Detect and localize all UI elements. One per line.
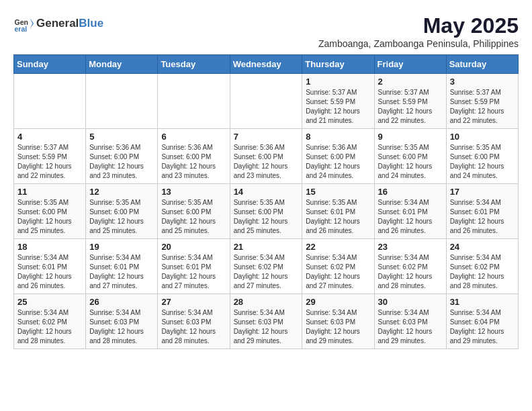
day-number: 10 — [450, 132, 515, 142]
day-info: Sunrise: 5:35 AM Sunset: 6:00 PM Dayligh… — [161, 198, 226, 236]
calendar-cell: 10Sunrise: 5:35 AM Sunset: 6:00 PM Dayli… — [446, 129, 518, 184]
day-info: Sunrise: 5:34 AM Sunset: 6:03 PM Dayligh… — [89, 308, 154, 346]
day-info: Sunrise: 5:34 AM Sunset: 6:03 PM Dayligh… — [161, 308, 226, 346]
calendar-cell: 28Sunrise: 5:34 AM Sunset: 6:03 PM Dayli… — [230, 294, 302, 349]
calendar-cell: 31Sunrise: 5:34 AM Sunset: 6:04 PM Dayli… — [446, 294, 518, 349]
calendar-table: SundayMondayTuesdayWednesdayThursdayFrid… — [13, 54, 519, 349]
week-row-2: 4Sunrise: 5:37 AM Sunset: 5:59 PM Daylig… — [14, 129, 519, 184]
day-info: Sunrise: 5:35 AM Sunset: 6:00 PM Dayligh… — [17, 198, 82, 236]
svg-text:eral: eral — [15, 25, 28, 33]
day-number: 3 — [450, 77, 515, 87]
weekday-header-friday: Friday — [374, 55, 446, 74]
calendar-cell: 3Sunrise: 5:37 AM Sunset: 5:59 PM Daylig… — [446, 74, 518, 129]
day-number: 18 — [17, 242, 82, 252]
day-number: 19 — [89, 242, 154, 252]
day-number: 1 — [306, 77, 370, 87]
calendar-cell: 11Sunrise: 5:35 AM Sunset: 6:00 PM Dayli… — [14, 184, 86, 239]
day-info: Sunrise: 5:35 AM Sunset: 6:01 PM Dayligh… — [306, 198, 370, 236]
calendar-cell: 22Sunrise: 5:34 AM Sunset: 6:02 PM Dayli… — [302, 239, 374, 294]
day-number: 9 — [378, 132, 443, 142]
day-info: Sunrise: 5:34 AM Sunset: 6:03 PM Dayligh… — [306, 308, 370, 346]
weekday-header-wednesday: Wednesday — [230, 55, 302, 74]
day-info: Sunrise: 5:37 AM Sunset: 5:59 PM Dayligh… — [378, 88, 443, 126]
day-number: 23 — [378, 242, 443, 252]
calendar-cell — [14, 74, 86, 129]
calendar-cell: 18Sunrise: 5:34 AM Sunset: 6:01 PM Dayli… — [14, 239, 86, 294]
day-number: 4 — [17, 132, 82, 142]
calendar-cell: 15Sunrise: 5:35 AM Sunset: 6:01 PM Dayli… — [302, 184, 374, 239]
day-number: 26 — [89, 297, 154, 307]
day-info: Sunrise: 5:36 AM Sunset: 6:00 PM Dayligh… — [89, 143, 154, 181]
calendar-cell: 4Sunrise: 5:37 AM Sunset: 5:59 PM Daylig… — [14, 129, 86, 184]
day-info: Sunrise: 5:34 AM Sunset: 6:03 PM Dayligh… — [234, 308, 299, 346]
logo-icon: Gen eral — [13, 13, 34, 34]
day-info: Sunrise: 5:34 AM Sunset: 6:01 PM Dayligh… — [17, 253, 82, 291]
calendar-cell: 24Sunrise: 5:34 AM Sunset: 6:02 PM Dayli… — [446, 239, 518, 294]
calendar-cell — [86, 74, 158, 129]
calendar-cell: 9Sunrise: 5:35 AM Sunset: 6:00 PM Daylig… — [374, 129, 446, 184]
svg-marker-2 — [30, 17, 34, 30]
day-number: 27 — [161, 297, 226, 307]
calendar-cell: 27Sunrise: 5:34 AM Sunset: 6:03 PM Dayli… — [158, 294, 230, 349]
day-number: 25 — [17, 297, 82, 307]
day-number: 11 — [17, 187, 82, 197]
calendar-cell: 29Sunrise: 5:34 AM Sunset: 6:03 PM Dayli… — [302, 294, 374, 349]
day-info: Sunrise: 5:35 AM Sunset: 6:00 PM Dayligh… — [450, 143, 515, 181]
calendar-cell: 12Sunrise: 5:35 AM Sunset: 6:00 PM Dayli… — [86, 184, 158, 239]
day-info: Sunrise: 5:37 AM Sunset: 5:59 PM Dayligh… — [450, 88, 515, 126]
day-number: 5 — [89, 132, 154, 142]
calendar-cell: 14Sunrise: 5:35 AM Sunset: 6:00 PM Dayli… — [230, 184, 302, 239]
calendar-cell: 19Sunrise: 5:34 AM Sunset: 6:01 PM Dayli… — [86, 239, 158, 294]
calendar-cell: 8Sunrise: 5:36 AM Sunset: 6:00 PM Daylig… — [302, 129, 374, 184]
day-info: Sunrise: 5:34 AM Sunset: 6:02 PM Dayligh… — [378, 253, 443, 291]
weekday-header-thursday: Thursday — [302, 55, 374, 74]
day-number: 20 — [161, 242, 226, 252]
day-number: 28 — [234, 297, 299, 307]
calendar-cell: 20Sunrise: 5:34 AM Sunset: 6:01 PM Dayli… — [158, 239, 230, 294]
calendar-cell: 30Sunrise: 5:34 AM Sunset: 6:03 PM Dayli… — [374, 294, 446, 349]
subtitle: Zamboanga, Zamboanga Peninsula, Philippi… — [318, 38, 519, 49]
day-number: 6 — [161, 132, 226, 142]
day-number: 16 — [378, 187, 443, 197]
day-number: 29 — [306, 297, 370, 307]
calendar-cell: 2Sunrise: 5:37 AM Sunset: 5:59 PM Daylig… — [374, 74, 446, 129]
week-row-4: 18Sunrise: 5:34 AM Sunset: 6:01 PM Dayli… — [14, 239, 519, 294]
logo-blue: Blue — [79, 17, 103, 30]
day-number: 14 — [234, 187, 299, 197]
calendar-cell: 6Sunrise: 5:36 AM Sunset: 6:00 PM Daylig… — [158, 129, 230, 184]
day-number: 21 — [234, 242, 299, 252]
day-number: 15 — [306, 187, 370, 197]
day-info: Sunrise: 5:34 AM Sunset: 6:01 PM Dayligh… — [450, 198, 515, 236]
day-info: Sunrise: 5:35 AM Sunset: 6:00 PM Dayligh… — [378, 143, 443, 181]
calendar-cell: 16Sunrise: 5:34 AM Sunset: 6:01 PM Dayli… — [374, 184, 446, 239]
calendar-cell: 1Sunrise: 5:37 AM Sunset: 5:59 PM Daylig… — [302, 74, 374, 129]
calendar-cell: 25Sunrise: 5:34 AM Sunset: 6:02 PM Dayli… — [14, 294, 86, 349]
calendar-cell: 7Sunrise: 5:36 AM Sunset: 6:00 PM Daylig… — [230, 129, 302, 184]
day-info: Sunrise: 5:35 AM Sunset: 6:00 PM Dayligh… — [89, 198, 154, 236]
page-header: Gen eral GeneralBlue May 2025 Zamboanga,… — [13, 13, 519, 49]
day-info: Sunrise: 5:36 AM Sunset: 6:00 PM Dayligh… — [161, 143, 226, 181]
day-info: Sunrise: 5:34 AM Sunset: 6:02 PM Dayligh… — [450, 253, 515, 291]
day-number: 30 — [378, 297, 443, 307]
weekday-header-monday: Monday — [86, 55, 158, 74]
week-row-5: 25Sunrise: 5:34 AM Sunset: 6:02 PM Dayli… — [14, 294, 519, 349]
week-row-3: 11Sunrise: 5:35 AM Sunset: 6:00 PM Dayli… — [14, 184, 519, 239]
day-info: Sunrise: 5:37 AM Sunset: 5:59 PM Dayligh… — [17, 143, 82, 181]
day-info: Sunrise: 5:34 AM Sunset: 6:01 PM Dayligh… — [378, 198, 443, 236]
weekday-header-saturday: Saturday — [446, 55, 518, 74]
day-number: 2 — [378, 77, 443, 87]
day-info: Sunrise: 5:34 AM Sunset: 6:02 PM Dayligh… — [234, 253, 299, 291]
day-info: Sunrise: 5:34 AM Sunset: 6:01 PM Dayligh… — [161, 253, 226, 291]
day-info: Sunrise: 5:34 AM Sunset: 6:01 PM Dayligh… — [89, 253, 154, 291]
day-info: Sunrise: 5:36 AM Sunset: 6:00 PM Dayligh… — [306, 143, 370, 181]
calendar-cell: 17Sunrise: 5:34 AM Sunset: 6:01 PM Dayli… — [446, 184, 518, 239]
day-number: 13 — [161, 187, 226, 197]
day-info: Sunrise: 5:35 AM Sunset: 6:00 PM Dayligh… — [234, 198, 299, 236]
day-number: 31 — [450, 297, 515, 307]
calendar-cell: 23Sunrise: 5:34 AM Sunset: 6:02 PM Dayli… — [374, 239, 446, 294]
calendar-cell — [158, 74, 230, 129]
logo-general: General — [36, 17, 79, 30]
logo: Gen eral GeneralBlue — [13, 13, 103, 34]
calendar-cell: 5Sunrise: 5:36 AM Sunset: 6:00 PM Daylig… — [86, 129, 158, 184]
day-info: Sunrise: 5:36 AM Sunset: 6:00 PM Dayligh… — [234, 143, 299, 181]
